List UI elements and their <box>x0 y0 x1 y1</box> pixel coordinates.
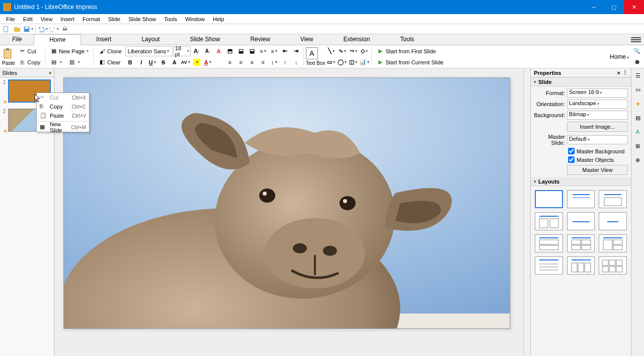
rect-shape-icon[interactable]: ▭ <box>326 57 336 67</box>
layout-2row[interactable] <box>535 234 563 252</box>
menu-slideshow[interactable]: Slide Show <box>124 15 160 23</box>
start-first-button[interactable]: ▶Start from First Slide <box>374 46 438 56</box>
line-shape-icon[interactable]: ╲ <box>326 46 336 56</box>
tab-layout[interactable]: Layout <box>126 34 175 45</box>
menu-help[interactable]: Help <box>209 15 228 23</box>
indent-icon[interactable]: ⇥ <box>291 46 301 56</box>
context-cut[interactable]: ✂ Cut Ctrl+X <box>37 93 89 102</box>
new-doc-icon[interactable] <box>1 25 11 34</box>
background-selector[interactable]: Bitmap <box>567 111 628 120</box>
sidebar-animation-icon[interactable]: ★ <box>633 99 643 109</box>
layout-dropdown[interactable]: ▤ <box>47 57 64 67</box>
sidebar-navigator-icon[interactable]: ⊕ <box>633 155 643 165</box>
align-top-icon[interactable]: ⬒ <box>225 46 235 56</box>
layout-list[interactable] <box>535 256 563 275</box>
curve-shape-icon[interactable]: ∿ <box>337 46 347 56</box>
tab-tools[interactable]: Tools <box>385 34 429 45</box>
save-icon[interactable] <box>23 25 33 34</box>
bold-button[interactable]: B <box>125 57 135 67</box>
align-bottom-icon[interactable]: ⬓ <box>247 46 257 56</box>
connector-icon[interactable]: ⤳ <box>348 46 358 56</box>
master-view-button[interactable]: Master View <box>567 165 628 175</box>
menu-file[interactable]: File <box>2 15 19 23</box>
context-copy[interactable]: ⎘ Copy Ctrl+C <box>37 102 89 111</box>
ellipse-shape-icon[interactable]: ◯ <box>337 57 347 67</box>
clear-button[interactable]: ◧Clear <box>96 57 123 67</box>
layout-centered[interactable] <box>599 212 627 230</box>
tab-insert[interactable]: Insert <box>81 34 126 45</box>
new-page-button[interactable]: ▦New Page <box>47 46 91 56</box>
para-up-icon[interactable]: ↑ <box>280 57 290 67</box>
sidebar-properties-icon[interactable]: ☰ <box>633 70 643 80</box>
open-doc-icon[interactable] <box>12 25 22 34</box>
minimize-button[interactable]: ─ <box>584 0 604 14</box>
find-icon[interactable]: 🔍 <box>632 46 642 56</box>
undo-icon[interactable] <box>38 25 48 34</box>
tab-review[interactable]: Review <box>235 34 285 45</box>
menu-format[interactable]: Format <box>78 15 104 23</box>
layout-l-shape[interactable] <box>599 234 627 252</box>
increase-font-icon[interactable]: A↑ <box>192 46 202 56</box>
italic-button[interactable]: I <box>136 57 146 67</box>
properties-close-icon[interactable]: × <box>617 70 620 76</box>
sidebar-slide-transition-icon[interactable]: ▭ <box>633 84 643 95</box>
copy-button[interactable]: ⎘Copy <box>16 57 43 67</box>
slide-section-header[interactable]: Slide <box>531 77 631 86</box>
outdent-icon[interactable]: ⇤ <box>280 46 290 56</box>
align-middle-icon[interactable]: ⬓ <box>236 46 246 56</box>
menu-view[interactable]: View <box>37 15 57 23</box>
master-background-checkbox[interactable]: Master Background <box>568 148 628 154</box>
start-current-button[interactable]: ▶Start from Current Slide <box>374 57 446 67</box>
properties-more-icon[interactable]: ⋮ <box>622 69 628 76</box>
hamburger-icon[interactable] <box>631 35 641 44</box>
layout-6grid[interactable] <box>599 256 627 275</box>
layout-title-only[interactable] <box>567 212 595 230</box>
section-dropdown[interactable]: ▥ <box>65 57 83 67</box>
char-spacing-button[interactable]: AV <box>181 57 191 67</box>
insert-image-button[interactable]: Insert Image... <box>567 122 628 132</box>
close-button[interactable]: ✕ <box>624 0 644 14</box>
master-slide-selector[interactable]: Default <box>567 135 628 144</box>
orientation-selector[interactable]: Landscape <box>567 100 628 109</box>
sidebar-styles-icon[interactable]: A <box>633 127 643 137</box>
layout-4grid[interactable] <box>567 234 595 252</box>
layouts-section-header[interactable]: Layouts <box>531 177 631 186</box>
slide-canvas[interactable] <box>63 77 510 329</box>
shadow-button[interactable]: A <box>170 57 180 67</box>
layout-3col-list[interactable] <box>567 256 595 275</box>
font-color-button[interactable]: A <box>203 57 213 67</box>
sidebar-master-slides-icon[interactable]: ▤ <box>633 113 643 123</box>
maximize-button[interactable]: ▢ <box>604 0 624 14</box>
cut-button[interactable]: ✂Cut <box>16 46 39 56</box>
align-left-icon[interactable]: ≡ <box>225 57 235 67</box>
menu-tools[interactable]: Tools <box>160 15 181 23</box>
layout-2col[interactable] <box>535 212 563 230</box>
menu-edit[interactable]: Edit <box>19 15 37 23</box>
tab-view[interactable]: View <box>285 34 329 45</box>
align-center-icon[interactable]: ≡ <box>236 57 246 67</box>
bullets-icon[interactable]: ≡ <box>258 46 268 56</box>
zoom-icon[interactable]: ⊕ <box>632 57 642 67</box>
layout-title-content[interactable] <box>599 190 627 208</box>
redo-icon[interactable] <box>49 25 59 34</box>
format-selector[interactable]: Screen 16:9 <box>567 88 628 98</box>
ribbon-right-label[interactable]: Home <box>610 53 629 60</box>
slides-panel-close-icon[interactable]: × <box>49 70 52 76</box>
menu-insert[interactable]: Insert <box>56 15 78 23</box>
underline-button[interactable]: U <box>147 57 157 67</box>
clear-formatting-icon[interactable]: A <box>214 46 224 56</box>
paste-label[interactable]: Paste <box>2 60 15 66</box>
shapes-icon[interactable]: ◇ <box>359 46 369 56</box>
line-spacing-icon[interactable]: ↕ <box>269 57 279 67</box>
print-icon[interactable] <box>60 25 70 34</box>
tab-home[interactable]: Home <box>34 34 81 45</box>
highlight-button[interactable] <box>193 59 200 66</box>
numbering-icon[interactable]: ≡ <box>269 46 279 56</box>
3d-shape-icon[interactable]: ◫ <box>348 57 358 67</box>
menu-slide[interactable]: Slide <box>104 15 124 23</box>
tab-file[interactable]: File <box>0 34 34 45</box>
strikethrough-button[interactable]: S <box>158 57 169 67</box>
text-box-icon[interactable]: A <box>306 47 318 59</box>
font-selector[interactable]: Liberation Sans <box>125 46 173 56</box>
layout-title[interactable] <box>567 190 595 208</box>
